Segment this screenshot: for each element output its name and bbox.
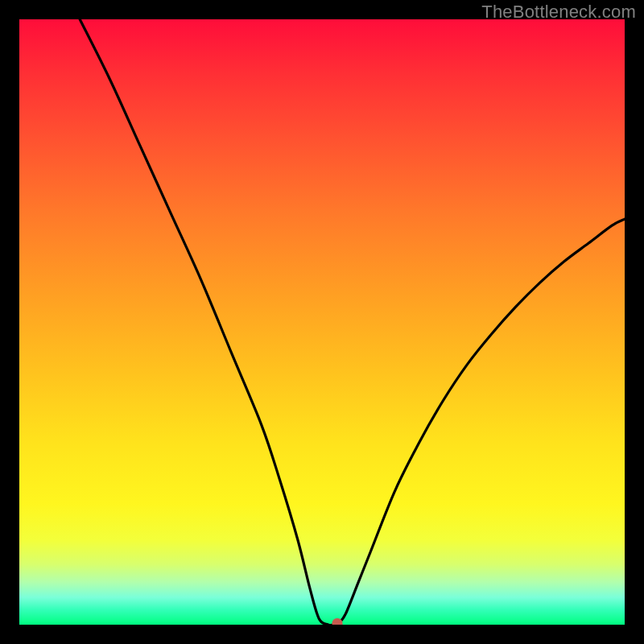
chart-frame: TheBottleneck.com <box>0 0 644 644</box>
watermark-text: TheBottleneck.com <box>481 2 636 23</box>
marker-dot <box>332 618 342 625</box>
line-curve <box>19 19 625 625</box>
plot-area <box>19 19 625 625</box>
